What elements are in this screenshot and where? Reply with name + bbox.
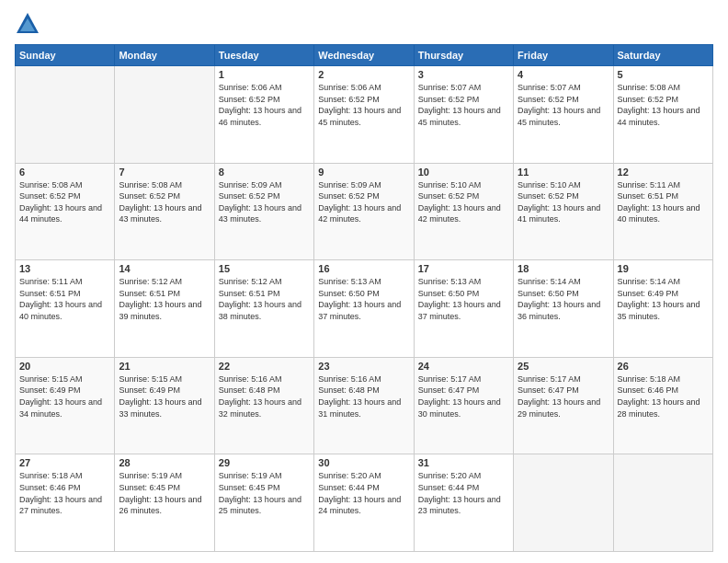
day-number: 28	[119, 457, 210, 468]
calendar-cell: 4Sunrise: 5:07 AM Sunset: 6:52 PM Daylig…	[514, 66, 613, 164]
day-info: Sunrise: 5:07 AM Sunset: 6:52 PM Dayligh…	[518, 82, 609, 128]
day-number: 21	[119, 361, 210, 372]
day-info: Sunrise: 5:11 AM Sunset: 6:51 PM Dayligh…	[618, 179, 709, 225]
day-info: Sunrise: 5:15 AM Sunset: 6:49 PM Dayligh…	[19, 373, 110, 419]
calendar-cell: 24Sunrise: 5:17 AM Sunset: 6:47 PM Dayli…	[414, 357, 513, 454]
day-number: 8	[219, 167, 310, 178]
calendar-cell	[613, 454, 712, 552]
day-info: Sunrise: 5:10 AM Sunset: 6:52 PM Dayligh…	[518, 179, 609, 225]
day-info: Sunrise: 5:20 AM Sunset: 6:44 PM Dayligh…	[318, 470, 409, 516]
col-header-thursday: Thursday	[414, 45, 513, 66]
day-info: Sunrise: 5:13 AM Sunset: 6:50 PM Dayligh…	[318, 276, 409, 322]
day-number: 18	[518, 263, 609, 274]
calendar-cell: 21Sunrise: 5:15 AM Sunset: 6:49 PM Dayli…	[115, 357, 214, 454]
day-number: 7	[119, 167, 210, 178]
day-info: Sunrise: 5:16 AM Sunset: 6:48 PM Dayligh…	[318, 373, 409, 419]
calendar-cell: 3Sunrise: 5:07 AM Sunset: 6:52 PM Daylig…	[414, 66, 513, 164]
day-info: Sunrise: 5:09 AM Sunset: 6:52 PM Dayligh…	[318, 179, 409, 225]
day-number: 4	[518, 69, 609, 80]
calendar-cell: 15Sunrise: 5:12 AM Sunset: 6:51 PM Dayli…	[214, 260, 313, 358]
day-number: 29	[219, 457, 310, 468]
calendar-cell: 13Sunrise: 5:11 AM Sunset: 6:51 PM Dayli…	[16, 260, 115, 358]
calendar-cell: 11Sunrise: 5:10 AM Sunset: 6:52 PM Dayli…	[514, 163, 613, 260]
day-info: Sunrise: 5:06 AM Sunset: 6:52 PM Dayligh…	[219, 82, 310, 128]
calendar-cell: 14Sunrise: 5:12 AM Sunset: 6:51 PM Dayli…	[115, 260, 214, 358]
day-number: 23	[318, 361, 409, 372]
day-number: 3	[418, 69, 509, 80]
day-number: 1	[219, 69, 310, 80]
day-info: Sunrise: 5:13 AM Sunset: 6:50 PM Dayligh…	[418, 276, 509, 322]
day-number: 14	[119, 263, 210, 274]
col-header-sunday: Sunday	[16, 45, 115, 66]
calendar-cell: 30Sunrise: 5:20 AM Sunset: 6:44 PM Dayli…	[314, 454, 414, 552]
calendar-cell: 16Sunrise: 5:13 AM Sunset: 6:50 PM Dayli…	[314, 260, 414, 358]
day-info: Sunrise: 5:08 AM Sunset: 6:52 PM Dayligh…	[618, 82, 709, 128]
calendar-cell: 5Sunrise: 5:08 AM Sunset: 6:52 PM Daylig…	[613, 66, 712, 164]
day-info: Sunrise: 5:17 AM Sunset: 6:47 PM Dayligh…	[418, 373, 509, 419]
calendar-cell: 2Sunrise: 5:06 AM Sunset: 6:52 PM Daylig…	[314, 66, 414, 164]
day-number: 11	[518, 167, 609, 178]
day-info: Sunrise: 5:14 AM Sunset: 6:49 PM Dayligh…	[618, 276, 709, 322]
day-number: 6	[19, 167, 110, 178]
day-info: Sunrise: 5:20 AM Sunset: 6:44 PM Dayligh…	[418, 470, 509, 516]
calendar-cell: 1Sunrise: 5:06 AM Sunset: 6:52 PM Daylig…	[214, 66, 313, 164]
day-number: 12	[618, 167, 709, 178]
calendar-cell: 25Sunrise: 5:17 AM Sunset: 6:47 PM Dayli…	[514, 357, 613, 454]
calendar-cell: 12Sunrise: 5:11 AM Sunset: 6:51 PM Dayli…	[613, 163, 712, 260]
day-info: Sunrise: 5:10 AM Sunset: 6:52 PM Dayligh…	[418, 179, 509, 225]
calendar-cell: 22Sunrise: 5:16 AM Sunset: 6:48 PM Dayli…	[214, 357, 313, 454]
day-info: Sunrise: 5:07 AM Sunset: 6:52 PM Dayligh…	[418, 82, 509, 128]
col-header-friday: Friday	[514, 45, 613, 66]
day-info: Sunrise: 5:16 AM Sunset: 6:48 PM Dayligh…	[219, 373, 310, 419]
calendar-cell: 17Sunrise: 5:13 AM Sunset: 6:50 PM Dayli…	[414, 260, 513, 358]
calendar-cell: 8Sunrise: 5:09 AM Sunset: 6:52 PM Daylig…	[214, 163, 313, 260]
day-info: Sunrise: 5:06 AM Sunset: 6:52 PM Dayligh…	[318, 82, 409, 128]
col-header-monday: Monday	[115, 45, 214, 66]
day-number: 5	[618, 69, 709, 80]
day-number: 30	[318, 457, 409, 468]
day-number: 27	[19, 457, 110, 468]
day-number: 13	[19, 263, 110, 274]
day-number: 31	[418, 457, 509, 468]
day-number: 20	[19, 361, 110, 372]
col-header-saturday: Saturday	[613, 45, 712, 66]
calendar-cell	[16, 66, 115, 164]
day-number: 22	[219, 361, 310, 372]
calendar-cell	[514, 454, 613, 552]
day-info: Sunrise: 5:15 AM Sunset: 6:49 PM Dayligh…	[119, 373, 210, 419]
calendar-cell: 6Sunrise: 5:08 AM Sunset: 6:52 PM Daylig…	[16, 163, 115, 260]
day-info: Sunrise: 5:12 AM Sunset: 6:51 PM Dayligh…	[219, 276, 310, 322]
day-number: 24	[418, 361, 509, 372]
day-info: Sunrise: 5:08 AM Sunset: 6:52 PM Dayligh…	[119, 179, 210, 225]
day-number: 25	[518, 361, 609, 372]
calendar-cell: 31Sunrise: 5:20 AM Sunset: 6:44 PM Dayli…	[414, 454, 513, 552]
col-header-wednesday: Wednesday	[314, 45, 414, 66]
calendar-cell	[115, 66, 214, 164]
calendar-cell: 7Sunrise: 5:08 AM Sunset: 6:52 PM Daylig…	[115, 163, 214, 260]
day-info: Sunrise: 5:18 AM Sunset: 6:46 PM Dayligh…	[19, 470, 110, 516]
day-info: Sunrise: 5:17 AM Sunset: 6:47 PM Dayligh…	[518, 373, 609, 419]
logo-icon	[15, 11, 40, 37]
day-number: 15	[219, 263, 310, 274]
calendar-cell: 19Sunrise: 5:14 AM Sunset: 6:49 PM Dayli…	[613, 260, 712, 358]
page: SundayMondayTuesdayWednesdayThursdayFrid…	[0, 0, 728, 563]
calendar-cell: 9Sunrise: 5:09 AM Sunset: 6:52 PM Daylig…	[314, 163, 414, 260]
calendar-cell: 29Sunrise: 5:19 AM Sunset: 6:45 PM Dayli…	[214, 454, 313, 552]
day-number: 10	[418, 167, 509, 178]
logo	[15, 11, 44, 37]
calendar-cell: 23Sunrise: 5:16 AM Sunset: 6:48 PM Dayli…	[314, 357, 414, 454]
col-header-tuesday: Tuesday	[214, 45, 313, 66]
day-number: 26	[618, 361, 709, 372]
day-info: Sunrise: 5:11 AM Sunset: 6:51 PM Dayligh…	[19, 276, 110, 322]
day-number: 16	[318, 263, 409, 274]
header	[15, 11, 713, 37]
day-info: Sunrise: 5:08 AM Sunset: 6:52 PM Dayligh…	[19, 179, 110, 225]
calendar-table: SundayMondayTuesdayWednesdayThursdayFrid…	[15, 44, 713, 552]
calendar-cell: 10Sunrise: 5:10 AM Sunset: 6:52 PM Dayli…	[414, 163, 513, 260]
day-number: 19	[618, 263, 709, 274]
day-number: 2	[318, 69, 409, 80]
day-info: Sunrise: 5:12 AM Sunset: 6:51 PM Dayligh…	[119, 276, 210, 322]
day-info: Sunrise: 5:19 AM Sunset: 6:45 PM Dayligh…	[119, 470, 210, 516]
calendar-cell: 27Sunrise: 5:18 AM Sunset: 6:46 PM Dayli…	[16, 454, 115, 552]
day-info: Sunrise: 5:18 AM Sunset: 6:46 PM Dayligh…	[618, 373, 709, 419]
